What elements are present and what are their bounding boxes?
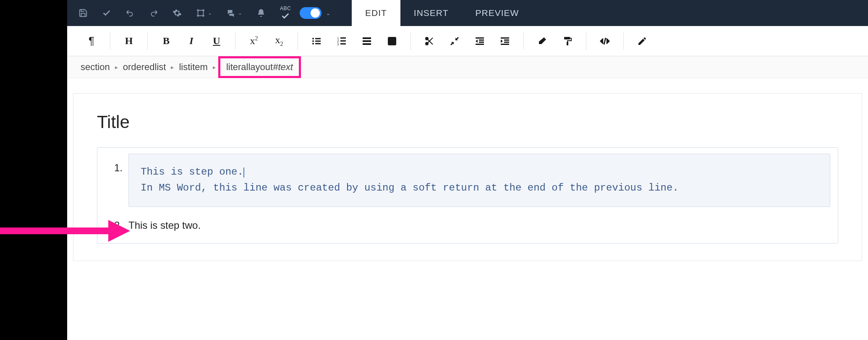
numbered-list-icon: 123 [337,36,347,46]
eraser-button[interactable] [530,31,555,52]
check-icon [102,8,111,18]
svg-rect-10 [315,38,321,39]
settings-button[interactable] [165,0,189,26]
code-line: In MS Word, this line was created by usi… [141,180,818,196]
breadcrumb: section ▸ orderedlist ▸ listitem ▸ liter… [67,56,868,78]
numbered-list-button[interactable]: 123 [329,31,354,52]
edit-button[interactable] [630,31,655,52]
toolbar-icon-group: ⌄ ⌄ ABC ⌄ [67,0,335,26]
svg-rect-22 [363,40,371,42]
gear-icon [173,8,182,18]
breadcrumb-item[interactable]: section [78,60,112,74]
document-title[interactable]: Title [97,112,838,132]
svg-point-13 [312,43,314,44]
outdent-icon [475,36,485,46]
svg-rect-12 [315,40,321,42]
paragraph-button[interactable]: ¶ [79,31,104,52]
literal-layout-block[interactable]: This is step one. In MS Word, this line … [128,154,830,207]
breadcrumb-sep: ▸ [115,64,118,71]
eraser-icon [537,36,547,46]
left-black-panel [0,0,67,340]
save-button[interactable] [71,0,95,26]
save-icon [78,8,88,18]
indent-icon [500,36,510,46]
frame-button[interactable]: ⌄ [189,0,219,26]
spellcheck-button[interactable]: ABC [273,0,298,26]
toggle-knob [311,8,320,18]
svg-point-11 [312,40,314,42]
svg-rect-32 [476,44,484,45]
heading-button[interactable]: H [116,31,141,52]
superscript-button[interactable]: x2 [241,31,267,52]
chevron-down-icon[interactable]: ⌄ [326,10,331,16]
redo-button[interactable] [142,0,165,26]
comments-button[interactable]: ⌄ [219,0,249,26]
tab-edit[interactable]: EDIT [352,0,400,26]
done-button[interactable] [95,0,118,26]
compress-icon [450,36,460,46]
pencil-icon [637,36,647,46]
undo-icon [125,8,135,18]
svg-rect-39 [564,37,570,39]
breadcrumb-sep: ▸ [213,64,216,71]
cut-button[interactable] [417,31,442,52]
checklist-button[interactable] [379,31,405,52]
spellcheck-toggle[interactable] [300,7,322,19]
editor-panel[interactable]: Title 1. This is step one. In MS Word, t… [73,93,862,261]
list-item-text[interactable]: This is step two. [128,220,830,231]
divider [110,32,110,50]
svg-rect-21 [363,37,371,39]
bullet-list-button[interactable] [304,31,329,52]
pilcrow-icon: ¶ [89,34,94,47]
svg-rect-31 [479,42,484,43]
breadcrumb-item[interactable]: listitem [176,60,210,74]
source-button[interactable] [592,31,617,52]
svg-rect-18 [340,40,346,42]
tab-insert[interactable]: INSERT [400,0,462,26]
ordered-list: 1. This is step one. In MS Word, this li… [97,147,838,243]
outdent-button[interactable] [467,31,492,52]
svg-marker-33 [476,39,478,43]
svg-rect-30 [479,39,484,41]
svg-line-41 [604,38,606,44]
format-toolbar: ¶ H B I U x2 x2 123 [67,26,868,56]
subscript-button[interactable]: x2 [267,31,292,52]
comments-icon [226,8,235,18]
divider [235,32,235,50]
divider [586,32,586,50]
list-item: 1. This is step one. In MS Word, this li… [105,154,830,207]
redo-icon [149,8,158,18]
svg-point-9 [312,38,314,39]
list-number: 1. [105,154,128,207]
definition-list-button[interactable] [354,31,379,52]
svg-rect-16 [340,37,346,39]
code-icon [600,36,610,46]
main-container: ⌄ ⌄ ABC ⌄ EDIT [67,0,868,340]
notifications-button[interactable] [249,0,273,26]
indent-button[interactable] [492,31,518,52]
svg-rect-0 [198,10,204,16]
spellcheck-toggle-wrap: ⌄ [298,7,331,19]
svg-rect-14 [315,43,321,44]
bullet-list-icon [311,36,322,46]
main-toolbar: ⌄ ⌄ ABC ⌄ EDIT [67,0,868,26]
svg-rect-23 [363,43,371,45]
breadcrumb-item-highlighted[interactable]: literallayout#text [218,56,301,78]
paint-roller-icon [562,36,573,46]
collapse-button[interactable] [442,31,467,52]
divider [410,32,411,50]
svg-rect-20 [340,43,346,44]
mode-tabs: EDIT INSERT PREVIEW [352,0,532,26]
text-cursor [243,167,244,178]
bold-button[interactable]: B [154,31,179,52]
tab-preview[interactable]: PREVIEW [462,0,532,26]
format-painter-button[interactable] [555,31,580,52]
breadcrumb-item[interactable]: orderedlist [120,60,169,74]
divider [298,32,298,50]
underline-button[interactable]: U [204,31,229,52]
svg-rect-37 [501,44,509,45]
list-item: 2. This is step two. [105,220,830,231]
svg-rect-36 [504,42,509,43]
undo-button[interactable] [118,0,142,26]
italic-button[interactable]: I [179,31,204,52]
